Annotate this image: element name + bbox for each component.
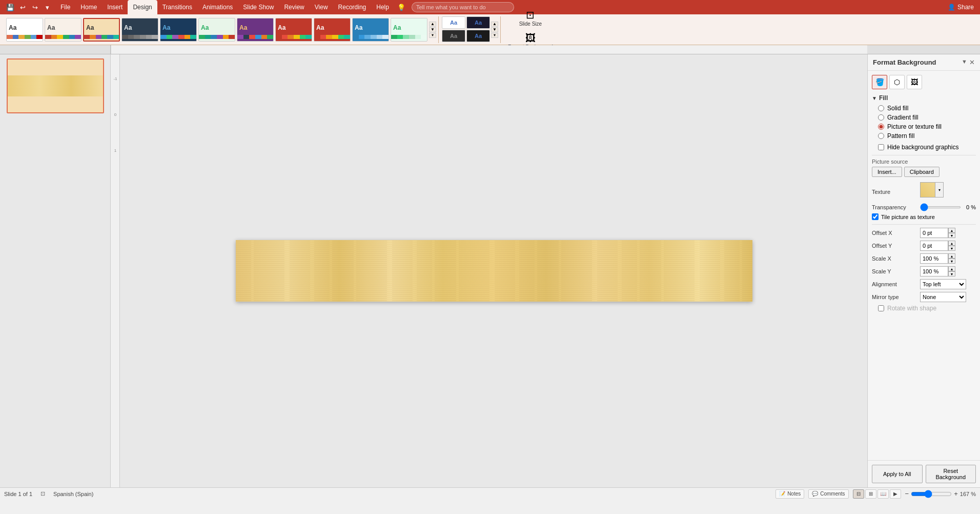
- apply-to-all-button[interactable]: Apply to All: [872, 465, 923, 483]
- insert-button[interactable]: Insert...: [872, 167, 902, 177]
- pattern-fill-radio[interactable]: [878, 133, 884, 139]
- pattern-fill-option[interactable]: Pattern fill: [878, 132, 976, 140]
- menu-home[interactable]: Home: [75, 0, 102, 14]
- zoom-out-button[interactable]: −: [905, 490, 909, 498]
- alignment-select[interactable]: Top left Top center Top right Center lef…: [920, 279, 966, 289]
- panel-collapse-button[interactable]: ▼: [962, 58, 967, 66]
- menu-animations[interactable]: Animations: [197, 0, 238, 14]
- theme-circuit[interactable]: Aa: [160, 18, 197, 42]
- fill-collapse-arrow[interactable]: ▼: [872, 95, 877, 101]
- hide-bg-checkbox[interactable]: [878, 144, 884, 150]
- menu-view[interactable]: View: [310, 0, 333, 14]
- scale-x-input[interactable]: [920, 253, 948, 264]
- theme-2[interactable]: Aa: [45, 18, 81, 42]
- mirror-select[interactable]: None Horizontal Vertical Both: [920, 292, 966, 302]
- panel-close-button[interactable]: ✕: [969, 58, 975, 66]
- texture-label: Texture: [872, 189, 918, 195]
- variant-2[interactable]: Aa: [466, 16, 490, 29]
- picture-fill-radio[interactable]: [878, 124, 884, 130]
- offset-y-up[interactable]: ▲: [948, 241, 955, 246]
- menu-design[interactable]: Design: [128, 0, 157, 14]
- hide-bg-row: Hide background graphics: [878, 144, 976, 151]
- offset-y-input[interactable]: [920, 241, 948, 251]
- ruler-left-marks: -1 0 1: [111, 54, 120, 487]
- theme-office[interactable]: Aa: [6, 18, 43, 42]
- scale-y-input[interactable]: [920, 266, 948, 276]
- menu-review[interactable]: Review: [279, 0, 309, 14]
- offset-x-spinner: ▲ ▼: [920, 228, 955, 238]
- slide-size-button[interactable]: ⊡ Slide Size: [515, 8, 546, 29]
- slideshow-button[interactable]: ▶: [890, 489, 901, 499]
- rotate-checkbox[interactable]: [878, 305, 884, 311]
- theme-ion-boardroom[interactable]: Aa: [275, 18, 312, 42]
- variants-scroll-down[interactable]: ▼: [491, 27, 498, 32]
- scale-y-down[interactable]: ▼: [948, 271, 955, 276]
- variants-scroll-more[interactable]: ▾: [491, 33, 498, 38]
- variants-scroll[interactable]: ▲ ▼ ▾: [491, 22, 498, 38]
- scale-y-up[interactable]: ▲: [948, 266, 955, 271]
- variant-4[interactable]: Aa: [466, 30, 490, 42]
- share-button[interactable]: 👤 Share: [944, 3, 978, 12]
- redo-button[interactable]: ↪: [30, 2, 40, 12]
- slide-canvas[interactable]: [236, 240, 752, 302]
- save-button[interactable]: 💾: [5, 2, 15, 12]
- zoom-slider[interactable]: [911, 490, 952, 498]
- texture-preview[interactable]: [920, 182, 935, 197]
- scale-x-down[interactable]: ▼: [948, 259, 955, 264]
- themes-scroll-down[interactable]: ▼: [429, 27, 436, 32]
- gradient-fill-radio[interactable]: [878, 114, 884, 121]
- theme-dark[interactable]: Aa: [121, 18, 158, 42]
- customize-qa-button[interactable]: ▾: [42, 2, 52, 12]
- theme-ion[interactable]: Aa: [237, 18, 274, 42]
- picture-fill-option[interactable]: Picture or texture fill: [878, 123, 976, 130]
- slide-thumbnail[interactable]: [7, 58, 104, 113]
- format-panel-body: 🪣 ⬡ 🖼 ▼ Fill Solid fill Gradient fill: [868, 71, 980, 460]
- transparency-slider[interactable]: [920, 206, 961, 208]
- theme-retrospect[interactable]: Aa: [314, 18, 351, 42]
- variant-3[interactable]: Aa: [442, 30, 465, 42]
- theme-wisp[interactable]: Aa: [391, 18, 427, 42]
- menu-file[interactable]: File: [55, 0, 75, 14]
- menu-insert[interactable]: Insert: [102, 0, 128, 14]
- clipboard-button[interactable]: Clipboard: [904, 167, 940, 177]
- search-input[interactable]: [412, 2, 514, 12]
- normal-view-button[interactable]: ⊟: [853, 489, 864, 499]
- scale-y-label: Scale Y: [872, 268, 918, 274]
- comments-button[interactable]: 💬 Comments: [808, 489, 848, 499]
- themes-group: Aa Aa Aa: [4, 16, 439, 43]
- theme-facet[interactable]: Aa: [198, 18, 235, 42]
- notes-button[interactable]: 📝 Notes: [775, 489, 804, 499]
- solid-fill-option[interactable]: Solid fill: [878, 105, 976, 112]
- menu-transitions[interactable]: Transitions: [157, 0, 197, 14]
- scale-x-up[interactable]: ▲: [948, 253, 955, 259]
- reset-background-button[interactable]: Reset Background: [926, 465, 976, 483]
- offset-x-input[interactable]: [920, 228, 948, 238]
- gradient-fill-option[interactable]: Gradient fill: [878, 114, 976, 121]
- menu-recording[interactable]: Recording: [333, 0, 372, 14]
- undo-button[interactable]: ↩: [17, 2, 28, 12]
- theme-papyrus[interactable]: Aa: [83, 18, 120, 42]
- theme-slice[interactable]: Aa: [352, 18, 389, 42]
- picture-icon-button[interactable]: 🖼: [907, 75, 922, 89]
- scale-y-row: Scale Y ▲ ▼: [872, 266, 976, 276]
- texture-dropdown-button[interactable]: ▾: [935, 182, 944, 197]
- menu-slideshow[interactable]: Slide Show: [238, 0, 279, 14]
- themes-scroll-more[interactable]: ▾: [429, 33, 436, 38]
- tile-checkbox[interactable]: [872, 213, 879, 220]
- themes-scroll[interactable]: ▲ ▼ ▾: [429, 22, 436, 38]
- offset-y-down[interactable]: ▼: [948, 246, 955, 251]
- solid-fill-radio[interactable]: [878, 105, 884, 111]
- reading-view-button[interactable]: 📖: [877, 489, 889, 499]
- variants-scroll-up[interactable]: ▲: [491, 22, 498, 27]
- effects-icon-button[interactable]: ⬡: [889, 75, 905, 89]
- solid-fill-label: Solid fill: [887, 105, 908, 112]
- variant-1[interactable]: Aa: [442, 16, 465, 29]
- fill-section-label: Fill: [879, 94, 888, 102]
- offset-x-up[interactable]: ▲: [948, 228, 955, 233]
- themes-scroll-up[interactable]: ▲: [429, 22, 436, 27]
- offset-x-down[interactable]: ▼: [948, 233, 955, 238]
- slide-sorter-button[interactable]: ⊞: [865, 489, 876, 499]
- menu-help[interactable]: Help: [371, 0, 394, 14]
- zoom-in-button[interactable]: +: [954, 490, 958, 498]
- fill-icon-button[interactable]: 🪣: [872, 75, 887, 89]
